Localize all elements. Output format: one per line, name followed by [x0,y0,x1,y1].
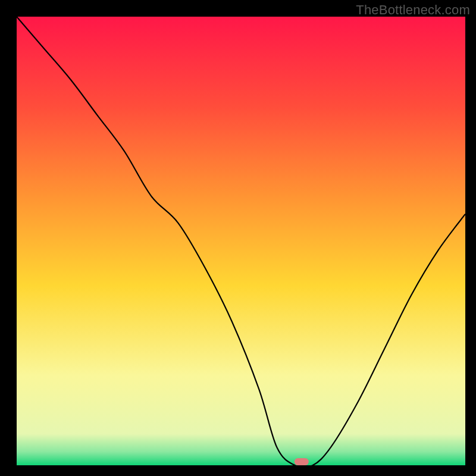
plot-area [17,17,465,465]
optimal-marker [295,458,309,465]
chart-frame: TheBottleneck.com [0,0,476,476]
bottleneck-curve [17,17,465,465]
attribution-label: TheBottleneck.com [356,2,470,18]
curve-layer [17,17,465,465]
